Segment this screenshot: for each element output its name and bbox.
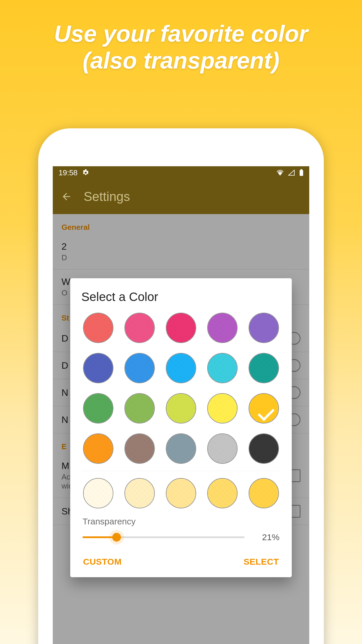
status-bar: 19:58 bbox=[53, 166, 309, 179]
transparency-slider[interactable] bbox=[82, 536, 245, 538]
color-swatch[interactable] bbox=[207, 433, 238, 464]
gear-icon bbox=[82, 169, 89, 176]
color-swatch[interactable] bbox=[124, 433, 155, 464]
color-swatch[interactable] bbox=[249, 393, 279, 424]
battery-icon bbox=[299, 169, 303, 176]
transparency-value: 21% bbox=[256, 532, 280, 542]
color-shade-swatch[interactable] bbox=[83, 478, 113, 508]
color-swatch[interactable] bbox=[249, 353, 279, 383]
wifi-icon bbox=[277, 170, 284, 176]
color-swatch[interactable] bbox=[207, 353, 238, 383]
statusbar-time: 19:58 bbox=[59, 168, 78, 177]
color-swatch[interactable] bbox=[249, 313, 279, 343]
custom-button[interactable]: CUSTOM bbox=[81, 554, 123, 570]
promo-title-line1: Use your favorite color bbox=[54, 21, 308, 47]
transparency-label: Transparency bbox=[82, 517, 280, 526]
color-swatch[interactable] bbox=[166, 353, 196, 383]
back-icon[interactable] bbox=[61, 191, 72, 202]
color-picker-dialog: Select a Color Transparency 21% bbox=[70, 278, 292, 577]
dialog-title: Select a Color bbox=[81, 290, 281, 304]
phone-frame: 19:58 bbox=[38, 128, 324, 644]
settings-body: General 2 D W O St D bbox=[53, 214, 309, 644]
page-title: Settings bbox=[84, 189, 130, 204]
color-shade-row bbox=[81, 471, 281, 511]
promo-title: Use your favorite color (also transparen… bbox=[0, 20, 362, 74]
color-swatch[interactable] bbox=[124, 313, 155, 343]
color-swatch[interactable] bbox=[83, 353, 113, 383]
promo-background: Use your favorite color (also transparen… bbox=[0, 0, 362, 644]
color-swatch[interactable] bbox=[207, 393, 238, 424]
color-shade-swatch[interactable] bbox=[249, 478, 279, 508]
app-bar: Settings bbox=[53, 179, 309, 214]
color-swatch[interactable] bbox=[166, 313, 196, 343]
select-button[interactable]: SELECT bbox=[242, 554, 281, 570]
phone-screen: 19:58 bbox=[53, 166, 309, 644]
slider-thumb[interactable] bbox=[112, 533, 121, 542]
color-shade-swatch[interactable] bbox=[124, 478, 155, 508]
color-swatch[interactable] bbox=[83, 433, 113, 464]
dialog-actions: CUSTOM SELECT bbox=[81, 554, 281, 570]
color-swatch[interactable] bbox=[124, 393, 155, 424]
color-swatch[interactable] bbox=[166, 393, 196, 424]
color-swatch-grid bbox=[81, 312, 281, 471]
color-swatch[interactable] bbox=[207, 313, 238, 343]
promo-title-line2: (also transparent) bbox=[82, 48, 280, 74]
transparency-block: Transparency 21% bbox=[81, 511, 281, 542]
svg-rect-0 bbox=[300, 170, 303, 176]
color-shade-swatch[interactable] bbox=[207, 478, 238, 508]
color-swatch[interactable] bbox=[83, 393, 113, 424]
color-swatch[interactable] bbox=[166, 433, 196, 464]
color-swatch[interactable] bbox=[83, 313, 113, 343]
color-swatch[interactable] bbox=[249, 433, 279, 464]
signal-icon bbox=[288, 170, 295, 176]
color-swatch[interactable] bbox=[124, 353, 155, 383]
color-shade-swatch[interactable] bbox=[166, 478, 196, 508]
svg-rect-1 bbox=[301, 169, 302, 170]
